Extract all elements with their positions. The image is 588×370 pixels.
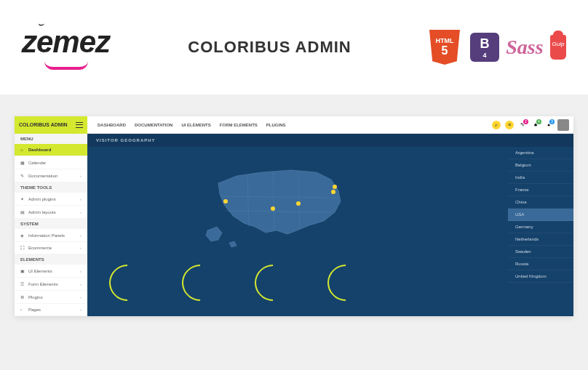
bootstrap-icon: B4	[470, 33, 499, 62]
html5-icon: HTML5	[429, 30, 460, 65]
nav-ui-elements[interactable]: UI ELEMENTS	[181, 123, 210, 127]
item-icon: ✦	[20, 196, 25, 201]
sidebar-item-plugins[interactable]: ⚙Plugins›	[15, 291, 87, 304]
nav-form-elements[interactable]: FORM ELEMENTS	[220, 123, 258, 127]
arc-2	[175, 257, 226, 309]
item-label: Pages	[28, 307, 41, 312]
nav-plugins[interactable]: PLUGINS	[266, 123, 286, 127]
svg-point-9	[333, 185, 337, 189]
brand-area: COLORIBUS ADMIN	[15, 116, 87, 134]
map-area: ArgentinaBelgiumIndiaFranceChinaUSAGerma…	[87, 147, 573, 292]
sidebar-item-calendar[interactable]: ▦Calendar	[15, 156, 87, 169]
system-header: SYSTEM	[15, 219, 87, 229]
country-usa[interactable]: USA	[508, 209, 573, 221]
theme-header: THEME TOOLS	[15, 182, 87, 193]
item-label: Information Panels	[28, 233, 65, 238]
item-label: Ecommerce	[28, 246, 52, 250]
svg-point-7	[296, 201, 301, 206]
arc-1	[102, 257, 154, 309]
country-china[interactable]: China	[508, 196, 573, 209]
country-india[interactable]: India	[508, 172, 573, 184]
sidebar-item-admin-plugins[interactable]: ✦Admin plugins›	[15, 193, 87, 206]
chevron-right-icon: ›	[80, 233, 82, 238]
chevron-right-icon: ›	[80, 282, 82, 286]
sidebar-item-information-panels[interactable]: ◈Information Panels›	[15, 229, 87, 242]
chevron-right-icon: ›	[80, 269, 82, 273]
item-icon: ▣	[20, 268, 25, 273]
nav-documentation[interactable]: DOCUMENTATION	[135, 123, 172, 127]
svg-point-5	[223, 199, 228, 204]
top-nav: DASHBOARD DOCUMENTATION UI ELEMENTS FORM…	[87, 123, 492, 127]
chevron-right-icon: ›	[80, 307, 82, 312]
usa-map	[204, 161, 364, 256]
svg-point-8	[331, 190, 335, 194]
arc-3	[247, 257, 299, 309]
zemez-logo: ze⌣mez	[22, 25, 110, 70]
promo-banner: ze⌣mez COLORIBUS ADMIN HTML5 B4 Sass	[0, 0, 588, 94]
svg-point-6	[271, 206, 275, 211]
sass-icon: Sass	[509, 30, 540, 65]
sidebar-item-admin-layouts[interactable]: ▤Admin layouts›	[15, 206, 87, 219]
arc-4	[320, 257, 372, 309]
country-germany[interactable]: Germany	[508, 221, 573, 233]
nav-dashboard[interactable]: DASHBOARD	[98, 123, 126, 127]
item-icon: ⌂	[20, 148, 25, 152]
alert-icon[interactable]: ♠3	[544, 121, 553, 129]
topbar: COLORIBUS ADMIN DASHBOARD DOCUMENTATION …	[15, 116, 573, 134]
sidebar-item-pages[interactable]: ▫Pages›	[15, 304, 87, 316]
country-argentina[interactable]: Argentina	[508, 147, 573, 159]
item-label: UI Elements	[28, 269, 52, 273]
item-icon: ▫	[20, 307, 25, 312]
item-label: Admin layouts	[28, 210, 56, 214]
item-label: Documentation	[28, 174, 57, 178]
chevron-right-icon: ›	[80, 210, 82, 214]
tech-icons: HTML5 B4 Sass	[429, 30, 566, 65]
chevron-right-icon: ›	[80, 197, 82, 201]
filter-icon[interactable]: ≡	[505, 121, 514, 129]
item-icon: ▦	[20, 160, 25, 165]
item-label: Dashboard	[28, 148, 51, 152]
hamburger-icon[interactable]	[76, 122, 83, 128]
sidebar-item-documentation[interactable]: ✎Documentation›	[15, 169, 87, 182]
app-preview: COLORIBUS ADMIN DASHBOARD DOCUMENTATION …	[15, 116, 573, 316]
chevron-right-icon: ›	[80, 174, 82, 178]
sidebar-item-ecommerce[interactable]: ⛶Ecommerce›	[15, 242, 87, 254]
country-sweden[interactable]: Sweden	[508, 246, 573, 258]
item-icon: ⛶	[20, 246, 25, 250]
country-list: ArgentinaBelgiumIndiaFranceChinaUSAGerma…	[508, 147, 573, 283]
item-label: Admin plugins	[28, 197, 56, 201]
menu-header: MENU	[15, 134, 87, 144]
item-label: Calendar	[28, 161, 46, 165]
country-united-kingdom[interactable]: United Kingdom	[508, 270, 573, 283]
panel-title: VISITOR GEOGRAPHY	[87, 134, 573, 147]
item-icon: ▤	[20, 209, 25, 214]
elements-header: ELEMENTS	[15, 254, 87, 265]
brand-label: COLORIBUS ADMIN	[19, 122, 68, 127]
item-icon: ⚙	[20, 294, 25, 299]
content-panel: VISITOR GEOGRAPHY Argent	[87, 134, 573, 316]
country-france[interactable]: France	[508, 184, 573, 196]
sidebar-item-form-elements[interactable]: ☰Form Elements›	[15, 278, 87, 291]
country-russia[interactable]: Russia	[508, 258, 573, 270]
chevron-right-icon: ›	[80, 246, 82, 250]
item-label: Form Elements	[28, 282, 58, 286]
top-actions: ⌕ ≡ ✎2 ♣4 ♠3	[492, 119, 573, 131]
edit-icon[interactable]: ✎2	[518, 121, 527, 129]
stat-arcs	[109, 265, 364, 301]
sidebar: MENU ⌂Dashboard▦Calendar✎Documentation› …	[15, 134, 87, 316]
item-icon: ◈	[20, 233, 25, 238]
item-label: Plugins	[28, 295, 43, 299]
item-icon: ☰	[20, 281, 25, 286]
search-icon[interactable]: ⌕	[492, 121, 501, 129]
sidebar-item-dashboard[interactable]: ⌂Dashboard	[15, 144, 87, 156]
bell-icon[interactable]: ♣4	[531, 121, 540, 129]
promo-title: COLORIBUS ADMIN	[188, 38, 351, 57]
chevron-right-icon: ›	[80, 295, 82, 299]
gulp-icon	[550, 35, 566, 60]
country-belgium[interactable]: Belgium	[508, 159, 573, 172]
avatar[interactable]	[557, 119, 569, 131]
sidebar-item-ui-elements[interactable]: ▣UI Elements›	[15, 265, 87, 278]
item-icon: ✎	[20, 173, 25, 178]
country-netherlands[interactable]: Netherlands	[508, 233, 573, 246]
